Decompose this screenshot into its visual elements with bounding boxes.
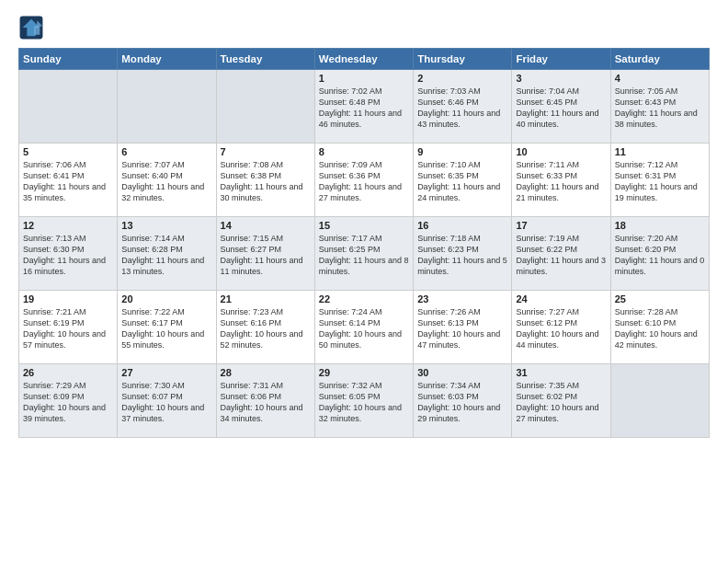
calendar-day-cell: 5Sunrise: 7:06 AM Sunset: 6:41 PM Daylig… — [19, 144, 118, 217]
day-number: 8 — [319, 146, 409, 157]
calendar-day-cell: 18Sunrise: 7:20 AM Sunset: 6:20 PM Dayli… — [610, 217, 709, 291]
weekday-header: Sunday — [19, 49, 118, 70]
day-number: 14 — [221, 220, 311, 231]
calendar-container: SundayMondayTuesdayWednesdayThursdayFrid… — [0, 0, 728, 563]
calendar-day-cell: 27Sunrise: 7:30 AM Sunset: 6:07 PM Dayli… — [118, 364, 216, 438]
day-number: 25 — [615, 293, 705, 304]
weekday-header-row: SundayMondayTuesdayWednesdayThursdayFrid… — [19, 49, 710, 70]
day-info: Sunrise: 7:24 AM Sunset: 6:14 PM Dayligh… — [319, 306, 409, 351]
weekday-header: Tuesday — [216, 49, 314, 70]
calendar-day-cell: 1Sunrise: 7:02 AM Sunset: 6:48 PM Daylig… — [314, 70, 413, 144]
day-info: Sunrise: 7:23 AM Sunset: 6:16 PM Dayligh… — [221, 306, 311, 351]
day-info: Sunrise: 7:05 AM Sunset: 6:43 PM Dayligh… — [615, 86, 705, 131]
weekday-header: Monday — [118, 49, 216, 70]
logo-icon — [18, 15, 44, 40]
calendar-day-cell — [19, 70, 118, 144]
day-number: 29 — [319, 367, 409, 378]
day-number: 27 — [121, 367, 211, 378]
calendar-day-cell: 9Sunrise: 7:10 AM Sunset: 6:35 PM Daylig… — [414, 144, 512, 217]
day-info: Sunrise: 7:03 AM Sunset: 6:46 PM Dayligh… — [417, 86, 507, 131]
calendar-day-cell: 31Sunrise: 7:35 AM Sunset: 6:02 PM Dayli… — [512, 364, 610, 438]
day-number: 2 — [417, 73, 507, 84]
day-info: Sunrise: 7:09 AM Sunset: 6:36 PM Dayligh… — [319, 159, 409, 204]
day-info: Sunrise: 7:30 AM Sunset: 6:07 PM Dayligh… — [121, 380, 211, 425]
calendar-day-cell: 29Sunrise: 7:32 AM Sunset: 6:05 PM Dayli… — [314, 364, 413, 438]
day-info: Sunrise: 7:32 AM Sunset: 6:05 PM Dayligh… — [319, 380, 409, 425]
calendar-week-row: 5Sunrise: 7:06 AM Sunset: 6:41 PM Daylig… — [19, 144, 710, 217]
logo — [18, 15, 46, 40]
calendar-day-cell: 4Sunrise: 7:05 AM Sunset: 6:43 PM Daylig… — [610, 70, 709, 144]
day-info: Sunrise: 7:18 AM Sunset: 6:23 PM Dayligh… — [417, 233, 507, 278]
day-number: 20 — [121, 293, 211, 304]
day-number: 5 — [23, 146, 113, 157]
calendar-day-cell: 15Sunrise: 7:17 AM Sunset: 6:25 PM Dayli… — [314, 217, 413, 291]
calendar-day-cell: 3Sunrise: 7:04 AM Sunset: 6:45 PM Daylig… — [512, 70, 610, 144]
calendar-day-cell: 12Sunrise: 7:13 AM Sunset: 6:30 PM Dayli… — [19, 217, 118, 291]
day-number: 17 — [516, 220, 606, 231]
day-info: Sunrise: 7:17 AM Sunset: 6:25 PM Dayligh… — [319, 233, 409, 278]
day-info: Sunrise: 7:19 AM Sunset: 6:22 PM Dayligh… — [516, 233, 606, 278]
calendar-day-cell: 13Sunrise: 7:14 AM Sunset: 6:28 PM Dayli… — [118, 217, 216, 291]
day-number: 23 — [417, 293, 507, 304]
day-info: Sunrise: 7:28 AM Sunset: 6:10 PM Dayligh… — [615, 306, 705, 351]
day-info: Sunrise: 7:21 AM Sunset: 6:19 PM Dayligh… — [23, 306, 113, 351]
day-info: Sunrise: 7:31 AM Sunset: 6:06 PM Dayligh… — [221, 380, 311, 425]
header — [18, 15, 710, 40]
day-number: 7 — [221, 146, 311, 157]
day-number: 12 — [23, 220, 113, 231]
calendar-day-cell: 14Sunrise: 7:15 AM Sunset: 6:27 PM Dayli… — [216, 217, 314, 291]
day-number: 26 — [23, 367, 113, 378]
calendar-day-cell: 6Sunrise: 7:07 AM Sunset: 6:40 PM Daylig… — [118, 144, 216, 217]
day-info: Sunrise: 7:27 AM Sunset: 6:12 PM Dayligh… — [516, 306, 606, 351]
day-info: Sunrise: 7:29 AM Sunset: 6:09 PM Dayligh… — [23, 380, 113, 425]
calendar-day-cell: 8Sunrise: 7:09 AM Sunset: 6:36 PM Daylig… — [314, 144, 413, 217]
calendar-day-cell: 25Sunrise: 7:28 AM Sunset: 6:10 PM Dayli… — [610, 291, 709, 364]
day-number: 19 — [23, 293, 113, 304]
day-number: 1 — [319, 73, 409, 84]
day-info: Sunrise: 7:06 AM Sunset: 6:41 PM Dayligh… — [23, 159, 113, 204]
calendar-week-row: 26Sunrise: 7:29 AM Sunset: 6:09 PM Dayli… — [19, 364, 710, 438]
day-info: Sunrise: 7:35 AM Sunset: 6:02 PM Dayligh… — [516, 380, 606, 425]
calendar-day-cell: 11Sunrise: 7:12 AM Sunset: 6:31 PM Dayli… — [610, 144, 709, 217]
calendar-day-cell — [216, 70, 314, 144]
day-number: 15 — [319, 220, 409, 231]
day-info: Sunrise: 7:20 AM Sunset: 6:20 PM Dayligh… — [615, 233, 705, 278]
calendar-day-cell: 22Sunrise: 7:24 AM Sunset: 6:14 PM Dayli… — [314, 291, 413, 364]
weekday-header: Wednesday — [314, 49, 413, 70]
day-number: 10 — [516, 146, 606, 157]
day-number: 16 — [417, 220, 507, 231]
day-info: Sunrise: 7:04 AM Sunset: 6:45 PM Dayligh… — [516, 86, 606, 131]
calendar-day-cell: 21Sunrise: 7:23 AM Sunset: 6:16 PM Dayli… — [216, 291, 314, 364]
day-info: Sunrise: 7:07 AM Sunset: 6:40 PM Dayligh… — [121, 159, 211, 204]
day-number: 21 — [221, 293, 311, 304]
weekday-header: Thursday — [414, 49, 512, 70]
day-info: Sunrise: 7:11 AM Sunset: 6:33 PM Dayligh… — [516, 159, 606, 204]
calendar-day-cell: 16Sunrise: 7:18 AM Sunset: 6:23 PM Dayli… — [414, 217, 512, 291]
day-number: 4 — [615, 73, 705, 84]
day-number: 11 — [615, 146, 705, 157]
day-info: Sunrise: 7:26 AM Sunset: 6:13 PM Dayligh… — [417, 306, 507, 351]
day-info: Sunrise: 7:22 AM Sunset: 6:17 PM Dayligh… — [121, 306, 211, 351]
day-info: Sunrise: 7:12 AM Sunset: 6:31 PM Dayligh… — [615, 159, 705, 204]
calendar-day-cell: 19Sunrise: 7:21 AM Sunset: 6:19 PM Dayli… — [19, 291, 118, 364]
calendar-day-cell — [118, 70, 216, 144]
day-info: Sunrise: 7:14 AM Sunset: 6:28 PM Dayligh… — [121, 233, 211, 278]
day-info: Sunrise: 7:02 AM Sunset: 6:48 PM Dayligh… — [319, 86, 409, 131]
calendar-day-cell: 20Sunrise: 7:22 AM Sunset: 6:17 PM Dayli… — [118, 291, 216, 364]
calendar-day-cell: 28Sunrise: 7:31 AM Sunset: 6:06 PM Dayli… — [216, 364, 314, 438]
day-info: Sunrise: 7:34 AM Sunset: 6:03 PM Dayligh… — [417, 380, 507, 425]
weekday-header: Saturday — [610, 49, 709, 70]
calendar-day-cell: 10Sunrise: 7:11 AM Sunset: 6:33 PM Dayli… — [512, 144, 610, 217]
day-info: Sunrise: 7:13 AM Sunset: 6:30 PM Dayligh… — [23, 233, 113, 278]
calendar-day-cell — [610, 364, 709, 438]
calendar-day-cell: 30Sunrise: 7:34 AM Sunset: 6:03 PM Dayli… — [414, 364, 512, 438]
calendar-day-cell: 2Sunrise: 7:03 AM Sunset: 6:46 PM Daylig… — [414, 70, 512, 144]
day-number: 30 — [417, 367, 507, 378]
calendar-day-cell: 24Sunrise: 7:27 AM Sunset: 6:12 PM Dayli… — [512, 291, 610, 364]
calendar-day-cell: 17Sunrise: 7:19 AM Sunset: 6:22 PM Dayli… — [512, 217, 610, 291]
calendar-day-cell: 23Sunrise: 7:26 AM Sunset: 6:13 PM Dayli… — [414, 291, 512, 364]
calendar-table: SundayMondayTuesdayWednesdayThursdayFrid… — [18, 48, 710, 438]
day-number: 28 — [221, 367, 311, 378]
day-number: 6 — [121, 146, 211, 157]
day-info: Sunrise: 7:08 AM Sunset: 6:38 PM Dayligh… — [221, 159, 311, 204]
